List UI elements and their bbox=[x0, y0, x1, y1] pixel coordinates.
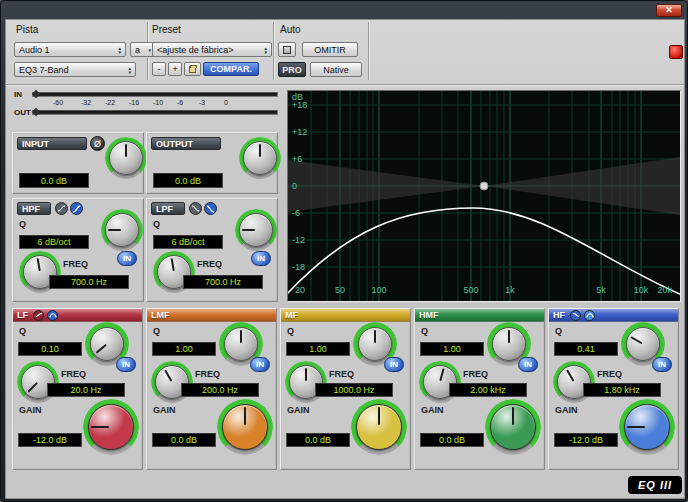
hpf-header: HPF bbox=[17, 202, 51, 215]
preset-selector[interactable]: <ajuste de fábrica> ▴▾ bbox=[152, 42, 272, 57]
eq-curve-handle[interactable] bbox=[480, 182, 488, 190]
freq-value[interactable]: 2.00 kHz bbox=[449, 383, 527, 397]
hpf-type-icon[interactable] bbox=[55, 202, 68, 215]
track-selector[interactable]: Audio 1 ▴▾ bbox=[14, 42, 126, 57]
q-knob[interactable] bbox=[224, 327, 258, 361]
output-header: OUTPUT bbox=[151, 137, 221, 150]
q-knob[interactable] bbox=[492, 327, 526, 361]
q-value[interactable]: 0.41 bbox=[554, 342, 618, 356]
input-meter bbox=[32, 92, 278, 97]
hpf-slope-value[interactable]: 6 dB/oct bbox=[19, 235, 89, 249]
gain-value[interactable]: -12.0 dB bbox=[18, 433, 82, 447]
librarian-button[interactable] bbox=[184, 62, 201, 76]
band-header: HF bbox=[549, 309, 678, 322]
shelf-type-icon[interactable] bbox=[570, 310, 581, 321]
q-knob[interactable] bbox=[358, 327, 392, 361]
freq-value[interactable]: 1.80 kHz bbox=[583, 383, 661, 397]
plugin-selector-value: EQ3 7-Band bbox=[19, 65, 69, 75]
next-preset-button[interactable]: + bbox=[168, 62, 182, 76]
q-value[interactable]: 0.10 bbox=[18, 342, 82, 356]
bypass-button[interactable]: OMITIR bbox=[302, 42, 358, 57]
shelf-type-icon[interactable] bbox=[33, 310, 44, 321]
freq-label: FREQ bbox=[195, 369, 220, 379]
phase-invert-button[interactable]: Ø bbox=[90, 136, 105, 151]
input-gain-value[interactable]: 0.0 dB bbox=[19, 173, 89, 188]
freq-value[interactable]: 1000.0 Hz bbox=[315, 383, 393, 397]
gain-label: GAIN bbox=[153, 405, 176, 415]
pro-button[interactable]: PRO bbox=[278, 62, 306, 77]
plugin-window: ✕ Pista Preset Auto Audio 1 ▴▾ a ▾ EQ3 7… bbox=[0, 0, 688, 502]
db-tick-label: +18 bbox=[292, 100, 307, 110]
lpf-slope-value[interactable]: 6 dB/oct bbox=[153, 235, 223, 249]
target-button[interactable] bbox=[669, 45, 683, 59]
gain-knob[interactable] bbox=[222, 404, 268, 450]
preset-section-label: Preset bbox=[152, 24, 181, 35]
q-label: Q bbox=[19, 326, 26, 336]
output-gain-knob[interactable] bbox=[243, 141, 277, 175]
gain-knob[interactable] bbox=[624, 404, 670, 450]
meter-scale-tick: -3 bbox=[199, 99, 205, 106]
bell-type-icon[interactable] bbox=[584, 310, 595, 321]
output-gain-value[interactable]: 0.0 dB bbox=[153, 173, 223, 188]
gain-value[interactable]: 0.0 dB bbox=[286, 433, 350, 447]
auto-enable-button[interactable] bbox=[278, 42, 296, 57]
band-section-hf: HF Q 0.41 IN FREQ 1.80 kHz GAIN -12.0 dB bbox=[548, 308, 679, 470]
q-knob[interactable] bbox=[626, 327, 660, 361]
hpf-in-button[interactable]: IN bbox=[117, 251, 137, 266]
lpf-in-button[interactable]: IN bbox=[251, 251, 271, 266]
bell-type-icon[interactable] bbox=[47, 310, 58, 321]
q-value[interactable]: 1.00 bbox=[152, 342, 216, 356]
input-gain-knob[interactable] bbox=[109, 141, 143, 175]
freq-tick-label: 10k bbox=[634, 285, 649, 295]
band-in-button[interactable]: IN bbox=[250, 357, 270, 372]
dropdown-arrows-icon: ▾ bbox=[148, 48, 151, 52]
header-divider bbox=[368, 22, 369, 80]
eq-graph[interactable]: dB +18 +12 +6 0 -6 -12 -18 20 50 100 500… bbox=[287, 90, 681, 302]
hpf-type-selected-icon[interactable] bbox=[70, 202, 83, 215]
lpf-type-selected-icon[interactable] bbox=[204, 202, 217, 215]
title-bar[interactable] bbox=[1, 1, 687, 19]
meter-scale-tick: -10 bbox=[153, 99, 163, 106]
freq-value[interactable]: 200.0 Hz bbox=[181, 383, 259, 397]
band-section-lmf: LMF Q 1.00 IN FREQ 200.0 Hz GAIN 0.0 dB bbox=[146, 308, 277, 470]
gain-knob[interactable] bbox=[88, 404, 134, 450]
track-section-label: Pista bbox=[16, 24, 38, 35]
band-in-button[interactable]: IN bbox=[518, 357, 538, 372]
hpf-section: HPF Q 6 dB/oct FREQ 700.0 Hz IN bbox=[12, 198, 144, 302]
q-knob[interactable] bbox=[90, 327, 124, 361]
close-button[interactable]: ✕ bbox=[656, 4, 682, 17]
previous-preset-button[interactable]: - bbox=[152, 62, 166, 76]
lpf-q-knob[interactable] bbox=[239, 213, 273, 247]
eq-graph-canvas[interactable] bbox=[288, 91, 680, 301]
preset-selector-value: <ajuste de fábrica> bbox=[157, 45, 234, 55]
db-tick-label: 0 bbox=[292, 181, 297, 191]
gain-knob[interactable] bbox=[356, 404, 402, 450]
q-value[interactable]: 1.00 bbox=[286, 342, 350, 356]
freq-value[interactable]: 20.0 Hz bbox=[47, 383, 125, 397]
lpf-freq-value[interactable]: 700.0 Hz bbox=[183, 275, 263, 289]
band-in-button[interactable]: IN bbox=[116, 357, 136, 372]
freq-label: FREQ bbox=[597, 369, 622, 379]
compare-button[interactable]: COMPAR. bbox=[203, 62, 259, 76]
band-in-button[interactable]: IN bbox=[384, 357, 404, 372]
band-in-button[interactable]: IN bbox=[652, 357, 672, 372]
q-value[interactable]: 1.00 bbox=[420, 342, 484, 356]
input-header: INPUT bbox=[17, 137, 87, 150]
band-header: HMF bbox=[415, 309, 544, 322]
lpf-type-icon[interactable] bbox=[189, 202, 202, 215]
gain-value[interactable]: 0.0 dB bbox=[152, 433, 216, 447]
band-label: MF bbox=[285, 310, 298, 320]
gain-knob[interactable] bbox=[490, 404, 536, 450]
hpf-freq-value[interactable]: 700.0 Hz bbox=[49, 275, 129, 289]
hpf-q-knob[interactable] bbox=[105, 213, 139, 247]
q-label: Q bbox=[287, 326, 294, 336]
db-tick-label: -18 bbox=[292, 262, 305, 272]
gain-value[interactable]: 0.0 dB bbox=[420, 433, 484, 447]
plugin-selector[interactable]: EQ3 7-Band ▴▾ bbox=[14, 62, 136, 77]
header-groove bbox=[6, 84, 684, 85]
gain-value[interactable]: -12.0 dB bbox=[554, 433, 618, 447]
native-format-button[interactable]: Native bbox=[310, 62, 362, 77]
gain-label: GAIN bbox=[555, 405, 578, 415]
meter-scale-tick: -32 bbox=[81, 99, 91, 106]
gain-label: GAIN bbox=[19, 405, 42, 415]
